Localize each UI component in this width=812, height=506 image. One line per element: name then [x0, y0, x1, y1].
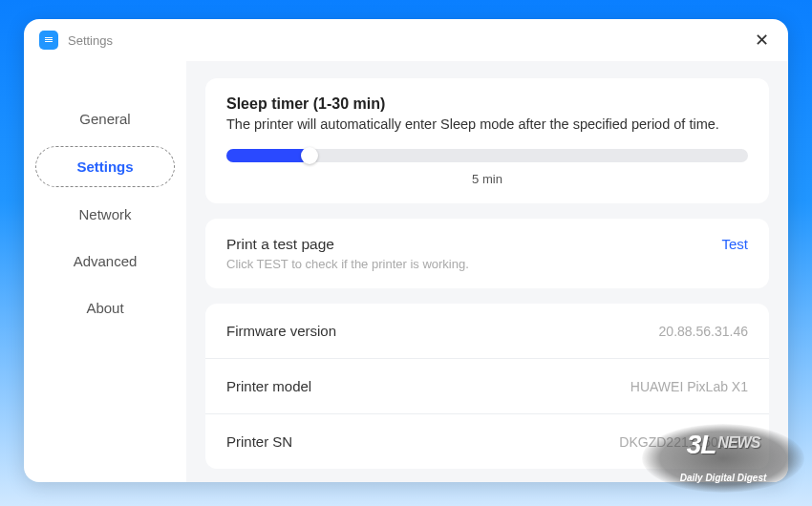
sleep-timer-description: The printer will automatically enter Sle… — [226, 116, 748, 132]
settings-window: Settings ✕ General Settings Network Adva… — [24, 19, 788, 482]
sidebar-item-advanced[interactable]: Advanced — [35, 242, 175, 281]
test-page-title: Print a test page — [226, 236, 469, 253]
sidebar-item-settings[interactable]: Settings — [35, 146, 175, 187]
slider-track — [226, 149, 748, 162]
slider-fill — [226, 149, 310, 162]
slider-thumb[interactable] — [301, 147, 318, 164]
serial-label: Printer SN — [226, 433, 292, 450]
content-area: Sleep timer (1-30 min) The printer will … — [186, 61, 788, 482]
close-icon: ✕ — [755, 30, 769, 51]
model-label: Printer model — [226, 378, 311, 394]
titlebar: Settings ✕ — [24, 19, 788, 61]
sidebar: General Settings Network Advanced About — [24, 61, 186, 482]
test-page-card: Print a test page Click TEST to check if… — [205, 219, 769, 288]
sidebar-item-general[interactable]: General — [35, 99, 175, 138]
test-button[interactable]: Test — [721, 236, 748, 252]
sleep-timer-card: Sleep timer (1-30 min) The printer will … — [205, 78, 769, 203]
sidebar-item-network[interactable]: Network — [35, 195, 175, 234]
sidebar-item-about[interactable]: About — [35, 288, 175, 327]
firmware-value: 20.88.56.31.46 — [659, 324, 748, 339]
model-value: HUAWEI PixLab X1 — [630, 379, 748, 394]
sleep-timer-title: Sleep timer (1-30 min) — [226, 95, 748, 113]
sleep-timer-slider[interactable]: 5 min — [226, 149, 748, 186]
window-title: Settings — [68, 33, 113, 48]
firmware-label: Firmware version — [226, 323, 336, 339]
info-row-model: Printer model HUAWEI PixLab X1 — [205, 359, 769, 414]
device-info-card: Firmware version 20.88.56.31.46 Printer … — [205, 304, 769, 469]
close-button[interactable]: ✕ — [750, 29, 773, 52]
slider-value-label: 5 min — [226, 172, 748, 186]
app-icon — [39, 31, 58, 50]
test-page-description: Click TEST to check if the printer is wo… — [226, 257, 469, 271]
info-row-firmware: Firmware version 20.88.56.31.46 — [205, 304, 769, 359]
info-row-serial: Printer SN DKGZD22111500147 — [205, 414, 769, 469]
window-body: General Settings Network Advanced About … — [24, 61, 788, 482]
serial-value: DKGZD22111500147 — [619, 434, 748, 450]
